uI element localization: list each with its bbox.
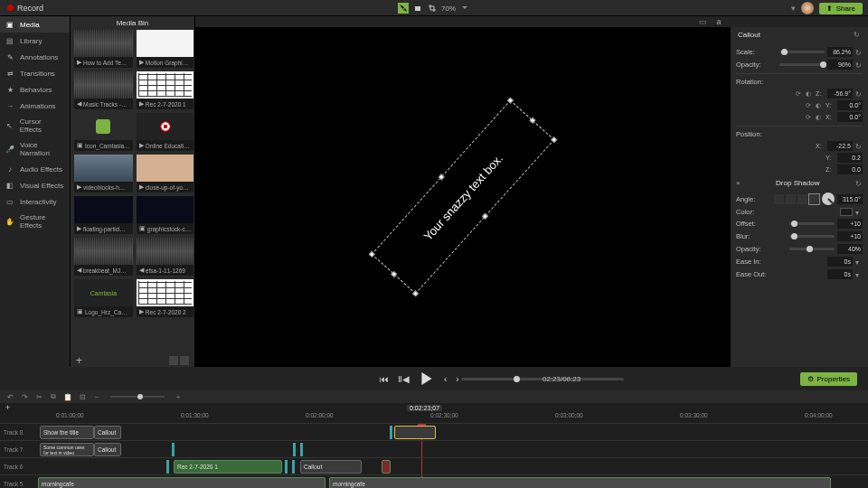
media-item[interactable]: ◀breakbeat_MJ… bbox=[74, 238, 133, 276]
media-item[interactable]: ▶Motion Graphi… bbox=[137, 30, 193, 68]
reset-section-icon[interactable]: ↻ bbox=[854, 31, 861, 38]
split-button[interactable]: ⊟ bbox=[78, 392, 87, 401]
media-item[interactable]: ▶Online Educati… bbox=[137, 113, 193, 151]
clip-callout-selected[interactable] bbox=[394, 426, 436, 439]
ds-blur-value[interactable]: +10 bbox=[837, 231, 863, 241]
prev-frame-button[interactable]: ‹ bbox=[444, 374, 447, 384]
rail-library[interactable]: ▤Library bbox=[0, 33, 70, 49]
copy-button[interactable]: ⧉ bbox=[49, 392, 58, 401]
handle-bm[interactable] bbox=[482, 213, 488, 220]
prev-clip-button[interactable]: ⏮ bbox=[380, 374, 389, 384]
add-track-button[interactable]: + bbox=[5, 403, 10, 412]
ds-opacity-value[interactable]: 40% bbox=[837, 244, 863, 254]
list-view-button[interactable] bbox=[180, 356, 189, 365]
opacity-value[interactable]: 96% bbox=[827, 60, 853, 70]
ds-easein-value[interactable]: 0s bbox=[827, 257, 853, 267]
clip-note[interactable]: Some common uses for text in video bbox=[40, 443, 94, 456]
rot-x-icon[interactable]: ⟳ bbox=[806, 114, 813, 121]
media-item[interactable]: ◀efsa-1-11-1269 bbox=[137, 238, 193, 276]
paste-button[interactable]: 📋 bbox=[63, 392, 72, 401]
canvas-stage[interactable]: Your snazzy text box. bbox=[195, 27, 731, 367]
media-item[interactable]: ▶Rec 2-7-2020 2 bbox=[137, 279, 193, 317]
play-button[interactable] bbox=[419, 371, 435, 387]
zoom-out-button[interactable]: − bbox=[92, 392, 101, 401]
rot-z-dial[interactable]: ◐ bbox=[806, 90, 813, 98]
rail-visual-effects[interactable]: ◧Visual Effects bbox=[0, 177, 70, 193]
rail-gesture-effects[interactable]: ✋Gesture Effects bbox=[0, 210, 70, 233]
reset-pos-icon[interactable]: ↻ bbox=[855, 143, 863, 150]
media-item[interactable]: Camtasia▣Logo_Hrz_Ca… bbox=[74, 279, 133, 317]
zoom-dropdown-icon[interactable] bbox=[459, 3, 470, 14]
marker-7[interactable] bbox=[292, 460, 295, 474]
clip-rec[interactable]: Rec 2-7-2020 1 bbox=[174, 460, 282, 474]
rail-behaviors[interactable]: ★Behaviors bbox=[0, 81, 70, 98]
marker-6[interactable] bbox=[285, 460, 288, 474]
rotation-x-value[interactable]: 0.0° bbox=[837, 112, 863, 122]
rail-transitions[interactable]: ⇄Transitions bbox=[0, 65, 70, 81]
timeline-ruler[interactable]: 0:01:00;000:01:30;000:02:00;000:02:30;00… bbox=[0, 412, 868, 423]
clip-callout-2[interactable]: Callout bbox=[94, 443, 121, 456]
position-z-value[interactable]: 0.0 bbox=[837, 164, 863, 174]
handle-bl[interactable] bbox=[412, 290, 419, 296]
zoom-in-button[interactable]: + bbox=[174, 392, 183, 401]
reset-drop-shadow-icon[interactable]: ↻ bbox=[855, 180, 863, 187]
step-back-button[interactable]: Ⅱ◀ bbox=[398, 374, 410, 384]
undo-button[interactable]: ↶ bbox=[5, 392, 14, 401]
media-item[interactable]: ▣graphicstock-c… bbox=[137, 196, 193, 234]
rot-y-icon[interactable]: ⟳ bbox=[806, 102, 813, 109]
clip-morningcafe-1[interactable]: morningcafe bbox=[38, 477, 326, 488]
handle-br[interactable] bbox=[551, 136, 557, 143]
clip-red[interactable] bbox=[382, 460, 391, 474]
angle-dial[interactable] bbox=[822, 192, 835, 205]
clip-callout-1[interactable]: Callout bbox=[94, 426, 121, 439]
rotation-z-value[interactable]: -56.9° bbox=[827, 89, 853, 99]
rail-animations[interactable]: →Animations bbox=[0, 98, 70, 114]
rail-media[interactable]: ▣Media bbox=[0, 16, 70, 33]
marker-3[interactable] bbox=[293, 443, 296, 456]
marker-5[interactable] bbox=[166, 460, 169, 474]
shadow-preset-4[interactable] bbox=[809, 194, 819, 204]
marker-2[interactable] bbox=[172, 443, 175, 456]
handle-tr[interactable] bbox=[507, 98, 514, 104]
scrubber-knob[interactable] bbox=[514, 376, 520, 382]
media-item[interactable]: ▶Rec 2-7-2020 1 bbox=[137, 71, 193, 109]
marker-4[interactable] bbox=[300, 443, 303, 456]
position-x-value[interactable]: -22.5 bbox=[827, 141, 853, 151]
next-frame-button[interactable]: › bbox=[456, 374, 458, 384]
ds-opacity-slider[interactable] bbox=[789, 248, 835, 250]
ds-offset-value[interactable]: +10 bbox=[837, 219, 863, 229]
canvas-text-icon[interactable]: a bbox=[714, 17, 723, 26]
zoom-slider[interactable] bbox=[110, 396, 165, 398]
user-avatar[interactable] bbox=[801, 2, 814, 14]
scale-value[interactable]: 86.2% bbox=[827, 47, 853, 57]
clip-morningcafe-2[interactable]: morningcafe bbox=[329, 477, 831, 488]
media-item[interactable]: ▶floating-particl… bbox=[74, 196, 133, 234]
media-item[interactable]: ◀Music Tracks -… bbox=[74, 71, 133, 109]
handle-tm[interactable] bbox=[439, 174, 445, 180]
edit-mode-button[interactable] bbox=[398, 3, 409, 14]
canvas-detach-icon[interactable]: ▭ bbox=[698, 17, 707, 26]
media-item[interactable]: ▶close-up-of-yo… bbox=[137, 155, 193, 192]
marker-1[interactable] bbox=[390, 426, 392, 439]
clip-show-title[interactable]: Show the title bbox=[40, 426, 94, 439]
ds-easeout-value[interactable]: 0s bbox=[827, 269, 853, 279]
rail-cursor-effects[interactable]: ↖Cursor Effects bbox=[0, 114, 70, 137]
rotation-y-value[interactable]: 0.0° bbox=[837, 100, 863, 110]
record-button[interactable]: Record bbox=[7, 4, 43, 13]
notification-icon[interactable]: ▾ bbox=[791, 4, 796, 13]
ds-blur-slider[interactable] bbox=[789, 235, 835, 238]
ds-offset-slider[interactable] bbox=[789, 222, 835, 225]
ds-color-swatch[interactable] bbox=[840, 208, 853, 216]
ds-angle-value[interactable]: 315.0° bbox=[837, 194, 863, 204]
callout-text-box[interactable]: Your snazzy text box. bbox=[372, 99, 555, 294]
rot-y-dial[interactable]: ◐ bbox=[816, 102, 823, 109]
hand-tool-button[interactable] bbox=[412, 3, 423, 14]
media-item[interactable]: ▶videoblocks-h… bbox=[74, 155, 133, 192]
rail-interactivity[interactable]: ▭Interactivity bbox=[0, 193, 70, 210]
share-button[interactable]: ⬆ Share bbox=[819, 3, 863, 14]
position-y-value[interactable]: 0.2 bbox=[837, 153, 863, 163]
scale-slider[interactable] bbox=[779, 51, 825, 53]
clip-callout-3[interactable]: Callout bbox=[300, 460, 362, 474]
rot-x-dial[interactable]: ◐ bbox=[816, 114, 823, 121]
rail-annotations[interactable]: ✎Annotations bbox=[0, 49, 70, 65]
